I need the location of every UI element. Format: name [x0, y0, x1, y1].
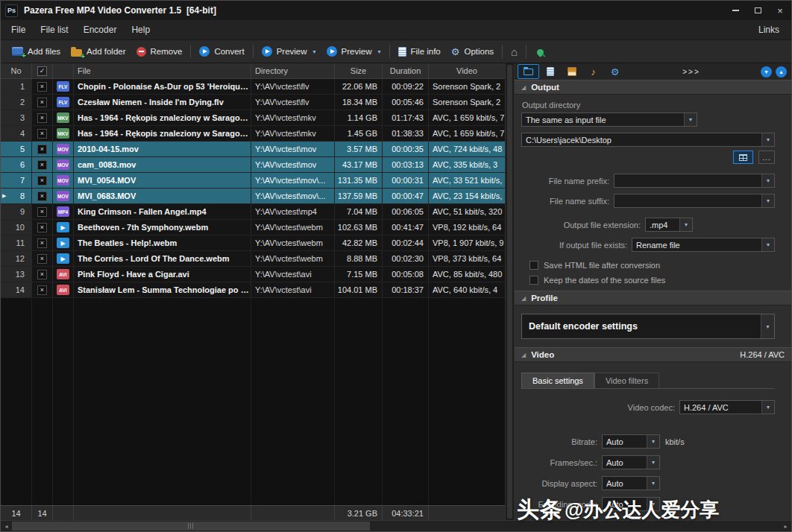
table-row[interactable]: 11×▶The Beatles - Help!.webmY:\AV\vctest… [1, 235, 505, 251]
aspect-select[interactable]: Auto ▾ [602, 476, 660, 490]
col-directory[interactable]: Directory [251, 63, 335, 78]
row-checkbox[interactable]: × [32, 189, 53, 204]
preview-button-1[interactable]: Preview ▾ [257, 43, 321, 60]
maximize-button[interactable] [747, 1, 769, 20]
chevron-down-icon[interactable]: ▾ [377, 48, 380, 55]
video-section-header[interactable]: ◢ Video H.264 / AVC [515, 347, 791, 362]
table-row[interactable]: 4×MKVHas - 1964 - Rękopis znaleziony w S… [1, 126, 505, 142]
tab-basic-settings[interactable]: Basic settings [521, 373, 594, 388]
chevron-down-icon[interactable]: ▾ [761, 194, 774, 207]
scroll-right-icon[interactable]: ▸ [780, 521, 791, 531]
menu-encoder[interactable]: Encoder [76, 20, 125, 39]
close-button[interactable]: × [769, 1, 791, 20]
pin-button[interactable] [529, 45, 551, 59]
keep-dates-checkbox[interactable]: Keep the dates of the source files [521, 276, 775, 285]
more-options-button[interactable]: ... [758, 151, 775, 164]
chevron-down-icon[interactable]: ▾ [684, 113, 697, 126]
table-row[interactable]: 3×MKVHas - 1964 - Rękopis znaleziony w S… [1, 110, 505, 126]
col-duration[interactable]: Duration [383, 63, 429, 78]
table-row[interactable]: 6×MOVcam_0083.movY:\AV\vctest\mov43.17 M… [1, 157, 505, 173]
vertical-scrollbar-thumb[interactable] [507, 65, 512, 519]
chevron-down-icon[interactable]: ▾ [761, 238, 774, 251]
row-checkbox[interactable]: × [32, 220, 53, 235]
output-extension-select[interactable]: .mp4 ▾ [645, 218, 693, 232]
table-row[interactable]: 1×FLVChopin - Polonaise As-Dur op 53 'He… [1, 79, 505, 95]
horizontal-scrollbar[interactable]: ◂ ▸ [1, 520, 791, 531]
output-section-header[interactable]: ◢ Output [515, 80, 791, 95]
remove-button[interactable]: Remove [131, 44, 188, 60]
profile-select[interactable]: Default encoder settings ▾ [521, 314, 775, 339]
file-exists-select[interactable]: Rename file ▾ [632, 238, 775, 252]
table-row[interactable]: 2×FLVCzesław Niemen - Inside I'm Dying.f… [1, 95, 505, 110]
chevron-down-icon[interactable]: ▾ [679, 218, 692, 231]
horizontal-scrollbar-track[interactable] [12, 521, 780, 531]
vertical-scrollbar[interactable] [505, 63, 515, 520]
table-row[interactable]: 10×▶Beethoven - 7th Symphony.webmY:\AV\v… [1, 220, 505, 235]
row-checkbox[interactable]: × [32, 267, 53, 282]
browse-output-button[interactable] [733, 151, 753, 164]
row-checkbox[interactable]: × [32, 157, 53, 173]
menu-file[interactable]: File [4, 20, 33, 39]
chevron-down-icon[interactable]: ▾ [647, 477, 659, 490]
add-files-button[interactable]: + Add files [7, 44, 66, 59]
bitrate-select[interactable]: Auto ▾ [602, 434, 660, 449]
output-dir-path-select[interactable]: C:\Users\jacek\Desktop ▾ [521, 133, 775, 147]
save-html-checkbox[interactable]: Save HTML file after conversion [521, 261, 775, 270]
home-button[interactable]: ⌂ [506, 44, 523, 60]
row-checkbox[interactable]: × [32, 282, 53, 298]
chevron-down-icon[interactable]: ▾ [647, 498, 659, 510]
options-button[interactable]: ⚙ Options [446, 44, 499, 60]
horizontal-scrollbar-thumb[interactable] [12, 522, 370, 531]
preview-button-2[interactable]: Preview ▾ [321, 43, 386, 60]
expand-all-button[interactable]: ▴ [776, 66, 787, 77]
table-row[interactable]: ▶8×MOVMVI_0683.MOVY:\AV\vctest\mov\...13… [1, 189, 505, 204]
checkbox-icon[interactable] [529, 261, 538, 270]
row-checkbox[interactable]: × [32, 204, 53, 220]
header-checkbox-icon[interactable]: ✓ [37, 66, 47, 76]
table-row[interactable]: 5×MOV2010-04-15.movY:\AV\vctest\mov3.57 … [1, 142, 505, 157]
chevron-down-icon[interactable]: ▾ [647, 435, 659, 448]
table-row[interactable]: 7×MOVMVI_0054.MOVY:\AV\vctest\mov\...131… [1, 173, 505, 189]
checkbox-icon[interactable] [529, 276, 538, 285]
tab-audio[interactable]: ♪ [582, 64, 604, 79]
col-check[interactable]: ✓ [32, 63, 53, 78]
minimize-button[interactable] [724, 1, 747, 20]
col-file[interactable]: File [74, 63, 251, 78]
tab-document[interactable] [539, 64, 561, 79]
menu-links[interactable]: Links [749, 25, 788, 35]
table-row[interactable]: 9×MP4King Crimson - Fallen Angel.mp4Y:\A… [1, 204, 505, 220]
tab-output[interactable] [518, 64, 539, 79]
convert-button[interactable]: Convert [194, 43, 249, 60]
row-checkbox[interactable]: × [32, 142, 53, 157]
add-folder-button[interactable]: + Add folder [66, 44, 131, 60]
tab-settings[interactable]: ⚙ [604, 64, 626, 79]
encoding-mode-select[interactable]: Auto ▾ [602, 497, 660, 511]
chevron-down-icon[interactable]: ▾ [761, 174, 774, 187]
table-row[interactable]: 14×AVIStanisław Lem - Summa Technologiae… [1, 282, 505, 298]
file-info-button[interactable]: File info [393, 44, 446, 60]
chevron-down-icon[interactable]: ▾ [761, 401, 774, 414]
row-checkbox[interactable]: × [32, 79, 53, 95]
file-name-suffix-input[interactable]: ▾ [614, 194, 775, 208]
row-checkbox[interactable]: × [32, 251, 53, 267]
chevron-down-icon[interactable]: ▾ [761, 133, 774, 146]
row-checkbox[interactable]: × [32, 95, 53, 110]
output-dir-mode-select[interactable]: The same as input file ▾ [521, 113, 697, 127]
row-checkbox[interactable]: × [32, 126, 53, 142]
menu-file-list[interactable]: File list [33, 20, 75, 39]
video-codec-select[interactable]: H.264 / AVC ▾ [679, 400, 775, 414]
collapse-all-button[interactable]: ▾ [761, 66, 772, 77]
table-row[interactable]: 12×▶The Corries - Lord Of The Dance.webm… [1, 251, 505, 267]
chevron-down-icon[interactable]: ▾ [647, 456, 659, 469]
chevron-down-icon[interactable]: ▾ [761, 314, 774, 338]
row-checkbox[interactable]: × [32, 173, 53, 189]
col-no[interactable]: No [1, 63, 32, 78]
fps-select[interactable]: Auto ▾ [602, 455, 660, 469]
col-type-icon[interactable] [53, 63, 74, 78]
profile-section-header[interactable]: ◢ Profile [515, 291, 791, 305]
tab-video-filters[interactable]: Video filters [594, 373, 659, 388]
menu-help[interactable]: Help [124, 20, 157, 39]
row-checkbox[interactable]: × [32, 110, 53, 126]
file-name-prefix-input[interactable]: ▾ [614, 174, 775, 188]
tab-save[interactable] [561, 64, 582, 79]
